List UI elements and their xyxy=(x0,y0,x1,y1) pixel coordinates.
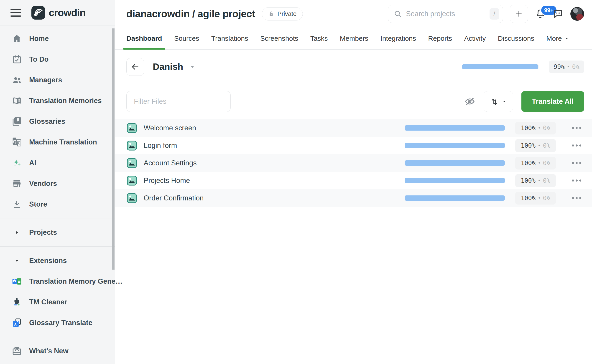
translated-percent: 100% xyxy=(521,142,536,149)
translated-percent: 100% xyxy=(521,195,536,202)
vendors-icon xyxy=(11,178,22,189)
tab-discussions[interactable]: Discussions xyxy=(498,35,534,49)
file-actions-menu-icon[interactable] xyxy=(569,122,584,134)
sidebar-item-translation-memory-gene[interactable]: Translation Memory Gene… xyxy=(0,271,115,292)
tab-members[interactable]: Members xyxy=(340,35,368,49)
sidebar-item-label: Vendors xyxy=(29,180,57,188)
approved-percent: 0% xyxy=(543,159,551,167)
sidebar-item-home[interactable]: Home xyxy=(0,28,115,49)
sort-files-button[interactable] xyxy=(484,91,513,112)
sidebar-item-label: Translation Memories xyxy=(29,97,102,105)
sidebar-divider xyxy=(0,246,115,247)
file-row-account-settings[interactable]: Account Settings100%•0% xyxy=(115,154,592,172)
sidebar-item-label: Projects xyxy=(29,228,57,237)
tab-tasks[interactable]: Tasks xyxy=(310,35,328,49)
crowdin-logo[interactable]: crowdin xyxy=(31,6,86,20)
notifications-button[interactable]: 99+ xyxy=(535,8,546,19)
approved-percent: 0% xyxy=(543,195,551,202)
project-tabbar: DashboardSourcesTranslationsScreenshotsT… xyxy=(115,28,592,50)
language-progress-fill xyxy=(462,64,538,69)
hamburger-menu-icon[interactable] xyxy=(10,9,21,17)
sidebar-item-help-support[interactable]: ?Help & Support xyxy=(0,361,115,364)
create-project-button[interactable] xyxy=(510,5,528,23)
approved-percent: 0% xyxy=(543,124,551,131)
approved-percent: 0% xyxy=(572,63,579,70)
tab-integrations[interactable]: Integrations xyxy=(380,35,416,49)
file-actions-menu-icon[interactable] xyxy=(569,192,584,204)
project-title: dianacrowdin / agile project xyxy=(126,8,255,20)
sidebar-item-to-do[interactable]: To Do xyxy=(0,49,115,70)
file-actions-menu-icon[interactable] xyxy=(569,157,584,169)
file-row-welcome-screen[interactable]: Welcome screen100%•0% xyxy=(115,119,592,137)
tab-dashboard[interactable]: Dashboard xyxy=(126,35,162,49)
file-name[interactable]: Order Confirmation xyxy=(144,194,204,202)
translated-percent: 100% xyxy=(521,159,536,167)
files-toolbar-actions: Translate All xyxy=(464,91,584,112)
tab-screenshots[interactable]: Screenshots xyxy=(260,35,298,49)
tab-reports[interactable]: Reports xyxy=(428,35,452,49)
messages-button[interactable] xyxy=(553,8,564,19)
sidebar-item-label: Home xyxy=(29,35,49,43)
language-header: Danish 99% • 0% xyxy=(115,50,592,84)
user-avatar[interactable] xyxy=(570,7,584,21)
sidebar-item-glossaries[interactable]: Glossaries xyxy=(0,111,115,132)
image-file-icon xyxy=(126,158,137,169)
file-name[interactable]: Welcome screen xyxy=(144,124,196,132)
store-icon xyxy=(11,199,22,210)
percent-separator: • xyxy=(538,160,541,166)
sidebar-item-projects[interactable]: Projects xyxy=(0,222,115,243)
sidebar-item-translation-memories[interactable]: Translation Memories xyxy=(0,90,115,111)
file-actions-menu-icon[interactable] xyxy=(569,140,584,151)
file-row-projects-home[interactable]: Projects Home100%•0% xyxy=(115,172,592,189)
search-box[interactable]: / xyxy=(388,5,503,23)
sidebar-item-label: Extensions xyxy=(29,257,67,265)
sidebar-item-glossary-translate[interactable]: Glossary Translate xyxy=(0,312,115,333)
sidebar-header: crowdin xyxy=(0,0,115,26)
file-progress-fill xyxy=(405,125,505,130)
file-row-meta: 100%•0% xyxy=(405,122,584,134)
translated-percent: 100% xyxy=(521,124,536,131)
filter-files-input[interactable] xyxy=(126,91,231,112)
sidebar-item-label: TM Cleaner xyxy=(29,298,67,306)
language-switcher-caret[interactable] xyxy=(189,64,195,70)
sidebar-item-machine-translation[interactable]: Machine Translation xyxy=(0,132,115,152)
file-progress-badge: 100%•0% xyxy=(515,174,556,187)
tab-label: Dashboard xyxy=(126,35,162,42)
percent-separator: • xyxy=(567,64,570,70)
image-file-icon xyxy=(126,140,137,151)
file-progress-fill xyxy=(405,195,505,201)
toggle-hidden-files-button[interactable] xyxy=(464,96,475,107)
translated-percent: 100% xyxy=(521,177,536,184)
tab-label: Members xyxy=(340,35,368,42)
search-input[interactable] xyxy=(406,10,486,18)
tab-sources[interactable]: Sources xyxy=(174,35,199,49)
file-name[interactable]: Projects Home xyxy=(144,176,190,185)
file-name[interactable]: Login form xyxy=(144,142,177,150)
tab-more[interactable]: More xyxy=(546,35,569,49)
file-row-login-form[interactable]: Login form100%•0% xyxy=(115,137,592,154)
sidebar-item-label: Machine Translation xyxy=(29,138,97,146)
file-name[interactable]: Account Settings xyxy=(144,159,197,167)
back-button[interactable] xyxy=(126,58,144,76)
sidebar-scrollbar[interactable] xyxy=(112,28,114,270)
sidebar-item-what-s-new[interactable]: What's New xyxy=(0,341,115,361)
sidebar-item-ai[interactable]: AI xyxy=(0,152,115,173)
sidebar-item-tm-cleaner[interactable]: TM Cleaner xyxy=(0,292,115,312)
file-row-order-confirmation[interactable]: Order Confirmation100%•0% xyxy=(115,189,592,207)
image-file-icon xyxy=(126,193,137,204)
sidebar-item-store[interactable]: Store xyxy=(0,194,115,214)
language-progress-bar xyxy=(462,64,539,69)
sidebar-item-extensions[interactable]: Extensions xyxy=(0,250,115,271)
sidebar-item-vendors[interactable]: Vendors xyxy=(0,173,115,194)
file-row-meta: 100%•0% xyxy=(405,192,584,205)
translate-all-button[interactable]: Translate All xyxy=(521,91,584,112)
lock-icon xyxy=(268,11,274,17)
chevron-down-icon xyxy=(502,99,507,104)
file-actions-menu-icon[interactable] xyxy=(569,175,584,186)
sidebar-item-managers[interactable]: Managers xyxy=(0,70,115,90)
tab-translations[interactable]: Translations xyxy=(211,35,248,49)
glossaries-icon xyxy=(11,116,22,127)
chevron-down-icon xyxy=(189,64,195,70)
tab-activity[interactable]: Activity xyxy=(464,35,486,49)
sidebar: crowdin HomeTo DoManagersTranslation Mem… xyxy=(0,0,115,364)
